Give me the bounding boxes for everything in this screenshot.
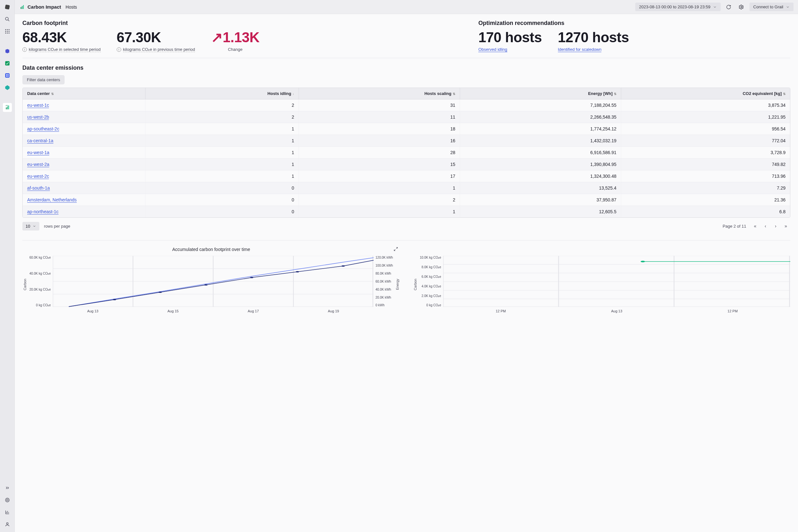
expand-chart-button[interactable] [394, 247, 398, 252]
nav-item-3-icon[interactable] [3, 71, 12, 80]
tick-label: Aug 13 [87, 309, 98, 313]
metric-change: ↗1.13K Change [211, 30, 259, 52]
rows-per-page-select[interactable]: 10 [22, 222, 39, 230]
connect-label: Connect to Grail [753, 4, 783, 9]
tick-label: 80.0K kWh [376, 272, 393, 275]
app-title: Carbon Impact [19, 4, 61, 10]
nav-item-2-icon[interactable] [3, 59, 12, 68]
dc-link[interactable]: ap-northeast-1c [27, 209, 58, 214]
refresh-button[interactable] [724, 2, 734, 12]
nav-item-1-icon[interactable] [3, 47, 12, 56]
cell-dc: af-south-1a [23, 182, 146, 194]
dc-link[interactable]: ca-central-1a [27, 138, 53, 144]
table-row: eu-west-2a1151,390,804.95749.82 [23, 158, 790, 170]
apps-grid-icon[interactable] [3, 27, 12, 36]
prev-sub: kilograms CO₂e in previous time period [123, 47, 195, 52]
svg-rect-19 [6, 108, 6, 109]
nav-hosts[interactable]: Hosts [65, 4, 77, 10]
cell-co2: 956.54 [621, 123, 790, 135]
cell-idling: 1 [146, 135, 299, 147]
observed-idling-link[interactable]: Observed idling [478, 47, 507, 52]
cell-co2: 1,221.95 [621, 111, 790, 123]
col-hosts-scaling[interactable]: Hosts scaling⇅ [299, 88, 460, 99]
next-page-button[interactable]: › [771, 222, 780, 230]
cell-scaling: 31 [299, 99, 460, 111]
svg-point-46 [341, 265, 345, 267]
settings-button[interactable] [737, 2, 746, 12]
dc-link[interactable]: eu-west-2c [27, 174, 49, 179]
col-energy[interactable]: Energy [Wh]⇅ [460, 88, 621, 99]
first-page-button[interactable]: « [751, 222, 760, 230]
info-icon[interactable]: i [117, 47, 121, 52]
change-value: ↗1.13K [211, 30, 259, 45]
cell-energy: 12,605.5 [460, 206, 621, 217]
svg-point-58 [641, 261, 645, 263]
tick-label: 0 kg CO₂e [420, 303, 441, 307]
search-icon[interactable] [3, 15, 12, 24]
filter-data-centers[interactable]: Filter data centers [22, 75, 64, 84]
col-co2[interactable]: CO2 equivalent [kg]⇅ [621, 88, 790, 99]
dc-link[interactable]: us-west-2b [27, 114, 49, 120]
tick-label: 6.0K kg CO₂e [420, 275, 441, 279]
cell-idling: 2 [146, 111, 299, 123]
tick-label: 2.0K kg CO₂e [420, 294, 441, 298]
carbon-impact-icon[interactable] [3, 103, 12, 112]
col-hosts-idling[interactable]: Hosts idling↓ [146, 88, 299, 99]
svg-point-8 [8, 31, 9, 32]
tick-label: 40.0K kg CO₂e [30, 272, 51, 275]
table-footer: 10 rows per page Page 2 of 11 « ‹ › » [22, 222, 790, 230]
info-icon[interactable]: i [22, 47, 27, 52]
connect-grail-button[interactable]: Connect to Grail [749, 3, 794, 11]
chart2-plot[interactable]: 12 PMAug 1312 PM [443, 256, 790, 313]
svg-point-3 [5, 29, 6, 30]
svg-point-10 [7, 33, 8, 34]
scaledown-link[interactable]: Identified for scaledown [558, 47, 602, 52]
rows-per-page-label: rows per page [44, 224, 70, 229]
cell-idling: 1 [146, 158, 299, 170]
collapse-icon[interactable] [3, 483, 12, 492]
prev-page-button[interactable]: ‹ [761, 222, 770, 230]
svg-point-1 [5, 17, 8, 20]
tick-label: 8.0K kg CO₂e [420, 265, 441, 269]
tick-label: 60.0K kg CO₂e [30, 256, 51, 259]
cell-scaling: 2 [299, 194, 460, 206]
dc-link[interactable]: eu-west-1c [27, 102, 49, 108]
cell-idling: 1 [146, 147, 299, 158]
cell-scaling: 15 [299, 158, 460, 170]
chart-icon[interactable] [3, 508, 12, 517]
tick-label: Aug 19 [328, 309, 339, 313]
cell-dc: eu-west-2c [23, 170, 146, 182]
svg-point-43 [204, 284, 208, 285]
chevron-down-icon [786, 5, 790, 9]
cell-co2: 3,875.34 [621, 99, 790, 111]
nav-item-4-icon[interactable] [3, 83, 12, 92]
dc-link[interactable]: eu-west-2a [27, 162, 49, 167]
cell-idling: 1 [146, 170, 299, 182]
svg-rect-16 [6, 76, 7, 77]
cell-dc: us-west-2b [23, 111, 146, 123]
last-page-button[interactable]: » [781, 222, 790, 230]
dc-link[interactable]: eu-west-1a [27, 150, 49, 155]
carbon-title-icon [19, 4, 25, 10]
time-range-selector[interactable]: 2023-08-13 00:00 to 2023-08-19 23:59 [635, 3, 721, 11]
col-data-center[interactable]: Data center⇅ [23, 88, 146, 99]
svg-rect-26 [22, 6, 22, 9]
chart1-plot[interactable]: Aug 13Aug 15Aug 17Aug 19 [53, 256, 374, 313]
current-value: 68.43K [22, 30, 101, 45]
cell-idling: 2 [146, 99, 299, 111]
cell-scaling: 17 [299, 170, 460, 182]
svg-rect-0 [5, 4, 10, 10]
cell-dc: ap-northeast-1c [23, 206, 146, 217]
svg-rect-12 [5, 61, 10, 65]
dc-link[interactable]: Amsterdam, Netherlands [27, 197, 77, 203]
tick-label: 60.0K kWh [376, 280, 393, 283]
user-icon[interactable] [3, 520, 12, 529]
dc-link[interactable]: af-south-1a [27, 186, 50, 191]
dc-link[interactable]: ap-southeast-2c [27, 126, 59, 132]
logo-icon[interactable] [3, 3, 12, 12]
cell-co2: 21.36 [621, 194, 790, 206]
help-icon[interactable] [3, 496, 12, 505]
svg-point-9 [5, 33, 6, 34]
metric-current: 68.43K ikilograms CO₂e in selected time … [22, 30, 101, 52]
svg-line-30 [394, 250, 396, 251]
